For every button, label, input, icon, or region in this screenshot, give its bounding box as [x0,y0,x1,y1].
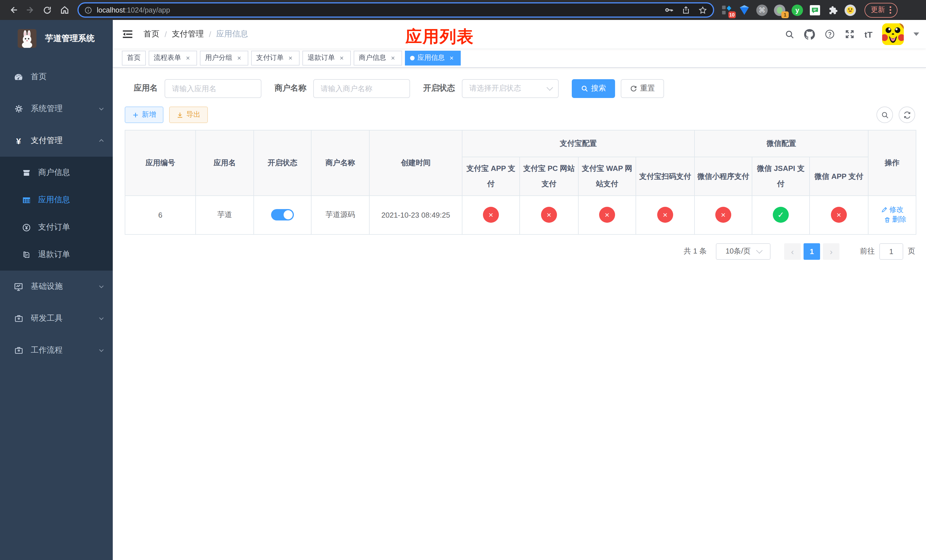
col-header-alipay-qr: 支付宝扫码支付 [636,157,694,195]
delete-link[interactable]: 删除 [884,215,906,224]
status-select[interactable]: 请选择开启状态 [462,79,559,98]
reset-button[interactable]: 重置 [621,79,664,98]
active-dot [410,56,415,60]
github-icon[interactable] [804,29,815,39]
sidebar-item-refund-orders[interactable]: 退款订单 [0,241,113,268]
briefcase-icon [14,313,23,323]
browser-home-icon[interactable] [56,2,73,18]
cell-app-id: 6 [125,195,196,234]
table-toolbar: 新增 导出 [125,106,915,123]
cell-created: 2021-10-23 08:49:25 [369,195,462,234]
show-search-button[interactable] [876,106,893,123]
search-button[interactable]: 搜索 [572,79,615,98]
refresh-button[interactable] [899,106,915,123]
page-size-select[interactable]: 10条/页 [716,243,770,259]
browser-extensions-area: 10 ⌘ 1 y [721,3,897,17]
site-info-icon[interactable] [84,6,92,14]
top-navbar: 首页 / 支付管理 / 应用信息 应用列表 [113,20,926,48]
col-header-created: 创建时间 [369,130,462,195]
tag-refund-order[interactable]: 退款订单× [303,50,351,65]
chevron-up-icon [98,137,105,144]
close-icon[interactable]: × [389,54,397,62]
tag-pay-order[interactable]: 支付订单× [251,50,300,65]
sidebar-fold-icon[interactable] [122,28,135,41]
browser-menu-icon[interactable] [890,6,891,14]
extension-grid-icon[interactable]: 10 [721,4,732,16]
extension-proxy-icon[interactable]: 1 [774,4,785,16]
status-label: 开启状态 [423,83,455,94]
tag-user-group[interactable]: 用户分组× [200,50,248,65]
goto-page-input[interactable] [879,243,903,259]
status-toggle[interactable] [271,209,294,221]
bookmark-star-icon[interactable] [698,5,707,15]
app-logo-row[interactable]: 芋道管理系统 [0,20,113,50]
breadcrumb-home[interactable]: 首页 [144,29,159,39]
col-header-status: 开启状态 [254,130,311,195]
page-1-button[interactable]: 1 [803,243,820,259]
search-icon[interactable] [785,29,794,39]
sidebar-item-workflow[interactable]: 工作流程 [0,334,113,366]
wx-lite-status-icon: × [715,207,731,223]
export-button[interactable]: 导出 [169,106,208,123]
sidebar-item-dev-tools[interactable]: 研发工具 [0,303,113,334]
tag-home[interactable]: 首页 [122,50,146,65]
tag-merchant-info[interactable]: 商户信息× [354,50,402,65]
next-page-button[interactable]: › [823,243,840,259]
close-icon[interactable]: × [286,54,294,62]
goto-suffix: 页 [908,246,915,256]
sidebar-item-pay-orders[interactable]: 支付订单 [0,213,113,241]
url-text[interactable]: localhost:1024/pay/app [97,6,664,14]
merchant-name-input[interactable] [313,79,410,98]
col-header-app-name: 应用名 [196,130,254,195]
monitor-chart-icon [14,282,23,291]
col-header-alipay-app: 支付宝 APP 支付 [462,157,520,195]
sidebar-item-system[interactable]: 系统管理 [0,93,113,125]
browser-forward-icon[interactable] [22,2,39,18]
tag-process-form[interactable]: 流程表单× [149,50,197,65]
password-key-icon[interactable] [664,5,674,15]
group-header-wechat: 微信配置 [694,130,868,157]
fullscreen-icon[interactable] [844,29,855,39]
col-header-wx-app: 微信 APP 支付 [809,157,868,195]
browser-reload-icon[interactable] [39,2,56,18]
browser-update-button[interactable]: 更新 [864,3,897,17]
share-icon[interactable] [682,6,690,14]
prev-page-button[interactable]: ‹ [784,243,801,259]
merchant-name-label: 商户名称 [274,83,306,94]
address-bar[interactable]: localhost:1024/pay/app [77,2,714,18]
alipay-pc-status-icon: × [541,207,557,223]
sidebar-item-payment[interactable]: ¥ 支付管理 [0,125,113,157]
user-avatar[interactable] [882,23,904,45]
extension-command-icon[interactable]: ⌘ [756,4,768,16]
sidebar-item-home[interactable]: 首页 [0,61,113,93]
app-name-label: 应用名 [134,83,158,94]
app-name-input[interactable] [165,79,262,98]
sidebar-item-merchant-info[interactable]: 商户信息 [0,159,113,186]
add-button[interactable]: 新增 [125,106,163,123]
col-header-alipay-pc: 支付宝 PC 网站支付 [520,157,578,195]
table-row: 6 芋道 芋道源码 2021-10-23 08:49:25 × × × × × … [125,195,916,234]
gear-icon [14,104,23,114]
font-size-icon[interactable]: tT [864,29,873,39]
profile-avatar-icon[interactable] [844,4,856,16]
close-icon[interactable]: × [184,54,192,62]
yen-circle-icon [22,223,31,232]
sidebar-item-app-info[interactable]: 应用信息 [0,186,113,213]
chevron-down-icon [98,283,105,290]
close-icon[interactable]: × [338,54,346,62]
close-icon[interactable]: × [235,54,243,62]
group-header-alipay: 支付宝配置 [462,130,694,157]
tag-app-info[interactable]: 应用信息× [405,50,461,65]
edit-link[interactable]: 修改 [881,205,903,215]
sidebar: 芋道管理系统 首页 系统管理 ¥ 支付管理 [0,20,113,560]
extension-chat-icon[interactable] [809,4,821,16]
sidebar-item-infrastructure[interactable]: 基础设施 [0,271,113,303]
extension-gem-icon[interactable] [738,4,750,16]
avatar-caret-icon[interactable] [914,32,919,36]
help-icon[interactable] [825,29,835,39]
close-icon[interactable]: × [448,54,455,62]
extension-yuque-icon[interactable]: y [791,4,803,16]
browser-back-icon[interactable] [5,2,22,18]
extensions-puzzle-icon[interactable] [827,4,838,16]
app-table: 应用编号 应用名 开启状态 商户名称 创建时间 支付宝配置 微信配置 操作 支付… [125,130,916,235]
